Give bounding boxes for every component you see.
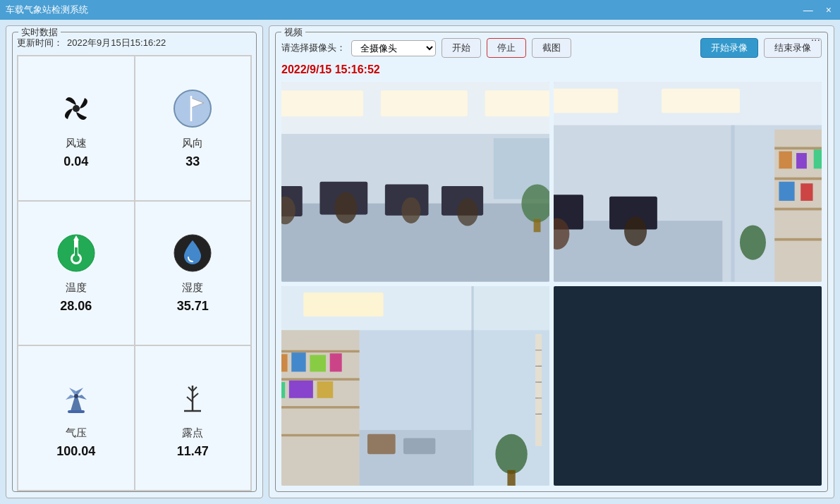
wind-speed-value: 0.04 [63,154,88,169]
svg-rect-51 [796,153,807,168]
left-panel: 实时数据 更新时间： 2022年9月15日15:16:22 [6,25,263,498]
sensor-dewpoint: 露点 11.47 [135,345,252,491]
svg-rect-67 [281,350,360,352]
update-time-value: 2022年9月15日15:16:22 [67,37,166,49]
svg-rect-63 [303,293,383,316]
svg-rect-46 [774,147,822,149]
video-cell-1 [281,82,549,282]
app-title: 车载气象站检测系统 [6,4,88,16]
temp-value: 28.06 [60,299,92,314]
capture-button[interactable]: 截图 [532,38,571,58]
pressure-label: 气压 [66,426,87,440]
svg-point-34 [334,192,357,223]
start-button[interactable]: 开始 [442,38,481,58]
sensor-pressure: 气压 100.04 [18,345,135,491]
left-panel-title: 实时数据 [18,26,61,39]
svg-rect-53 [779,182,794,201]
close-button[interactable]: × [823,4,834,16]
camera-select[interactable]: 全摄像头摄像头1摄像头2摄像头3 [351,40,436,56]
svg-point-1 [174,90,211,127]
svg-rect-25 [485,90,549,116]
svg-rect-69 [281,406,360,408]
windmill-icon [55,377,97,422]
video-controls: 请选择摄像头： 全摄像头摄像头1摄像头2摄像头3 开始 停止 截图 开始录像 结… [281,38,822,58]
title-bar: 车载气象站检测系统 — × [0,0,840,20]
svg-rect-72 [291,352,305,371]
start-record-button[interactable]: 开始录像 [700,38,758,58]
humidity-value: 35.71 [177,299,209,314]
svg-rect-49 [774,238,822,241]
svg-marker-11 [71,397,82,411]
video-cell-2 [554,82,822,282]
svg-rect-23 [281,90,363,116]
wind-dir-label: 风向 [182,137,203,150]
sensor-temperature: 温度 28.06 [18,201,135,346]
svg-rect-54 [801,183,812,201]
flag-icon [171,87,214,133]
svg-rect-52 [814,149,822,168]
svg-point-87 [495,434,527,474]
svg-point-36 [457,198,478,226]
droplet-icon [171,232,214,277]
svg-point-13 [74,394,78,398]
scene3-svg [281,286,549,486]
main-content: 实时数据 更新时间： 2022年9月15日15:16:22 [0,20,840,504]
svg-rect-42 [662,89,740,113]
right-panel-title: 视频 [281,26,305,39]
stop-button[interactable]: 停止 [487,38,526,58]
wind-speed-label: 风速 [66,137,87,150]
minimize-button[interactable]: — [801,4,816,16]
svg-rect-86 [403,438,435,454]
thermometer-icon [55,232,97,277]
svg-point-8 [73,255,80,262]
right-panel: 视频 ··· 请选择摄像头： 全摄像头摄像头1摄像头2摄像头3 开始 停止 截图… [269,25,834,498]
svg-rect-75 [281,382,285,398]
video-cell-4 [554,286,822,486]
scene2-svg [554,82,822,282]
svg-point-59 [624,216,647,246]
dewpoint-value: 11.47 [177,444,209,459]
video-grid [281,82,822,486]
sensor-humidity: 湿度 35.71 [135,201,252,346]
camera-label: 请选择摄像头： [281,42,346,54]
title-bar-controls: — × [801,4,834,16]
svg-rect-64 [471,286,473,486]
svg-point-60 [740,225,766,259]
video-cell-3 [281,286,549,486]
svg-rect-12 [68,410,85,413]
svg-rect-76 [289,380,313,398]
sensor-wind-direction: 风向 33 [135,56,252,201]
three-dots-icon: ··· [811,34,820,47]
svg-point-35 [401,197,420,223]
fan-icon [55,87,97,133]
svg-rect-50 [779,152,791,169]
svg-rect-47 [774,178,822,180]
svg-rect-78 [535,334,542,446]
sensor-wind-speed: 风速 0.04 [18,56,135,201]
svg-rect-24 [381,90,468,116]
humidity-label: 湿度 [182,281,203,295]
svg-rect-88 [507,469,515,486]
temp-label: 温度 [66,281,87,295]
svg-rect-38 [534,219,541,232]
dewpoint-label: 露点 [182,426,203,440]
svg-rect-77 [317,381,334,398]
svg-rect-71 [281,354,288,371]
svg-rect-74 [330,353,342,371]
pressure-value: 100.04 [56,444,95,459]
scene1-svg [281,82,549,282]
video-timestamp: 2022/9/15 15:16:52 [281,63,822,76]
svg-rect-48 [774,208,822,211]
svg-rect-70 [281,434,360,436]
svg-rect-68 [281,378,360,380]
svg-rect-41 [554,89,618,113]
svg-point-0 [73,105,80,112]
svg-rect-73 [310,355,326,371]
sensor-grid: 风速 0.04 风向 33 [17,55,252,491]
svg-rect-85 [367,434,396,453]
dew-icon [171,377,214,422]
wind-dir-value: 33 [185,154,200,169]
